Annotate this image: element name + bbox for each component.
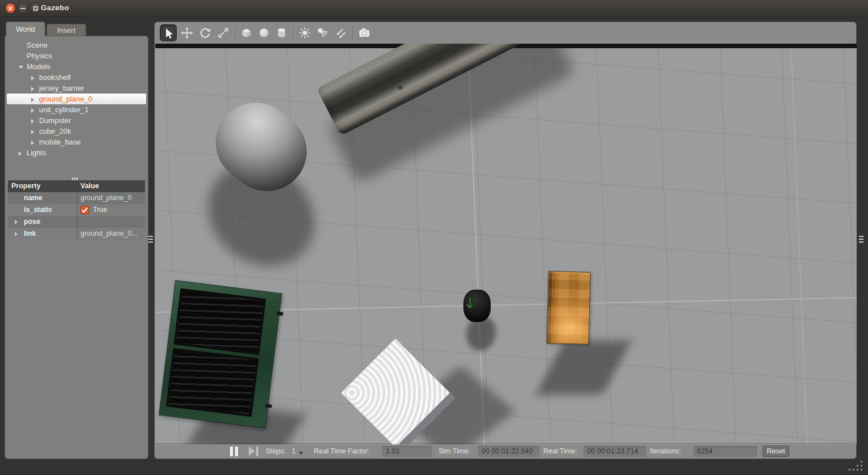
tree-item-physics[interactable]: Physics	[5, 50, 148, 61]
tree-item-ground-plane-0[interactable]: ground_plane_0	[7, 94, 146, 104]
tab-insert[interactable]: Insert	[46, 24, 86, 36]
gazebo-window: Gazebo World Insert Scene Physics Models…	[0, 0, 868, 475]
simulation-statusbar: Steps: 1 Real Time Factor: 1.01 Sim Time…	[155, 443, 856, 459]
steps-label: Steps:	[266, 447, 286, 455]
chevron-right-icon[interactable]	[15, 232, 18, 236]
spot-light-icon	[316, 27, 329, 39]
is-static-checkbox[interactable]	[80, 206, 89, 214]
directional-light-icon	[334, 27, 347, 39]
steps-value[interactable]: 1	[292, 447, 296, 455]
toolbar-separator	[235, 26, 236, 40]
dumpster-foot	[276, 312, 283, 316]
pause-icon	[230, 447, 233, 456]
property-row-is-static[interactable]: is_static True	[8, 204, 145, 216]
link-value: ground_plane_0...	[80, 228, 138, 240]
iterations-field: 8254	[693, 446, 757, 457]
chevron-right-icon[interactable]	[15, 220, 18, 224]
chevron-down-icon[interactable]	[19, 66, 23, 69]
reset-button[interactable]: Reset	[763, 446, 789, 457]
close-button[interactable]	[5, 3, 16, 14]
toolbar-separator	[352, 26, 353, 40]
toolbar-separator	[293, 26, 294, 40]
tree-item-bookshelf[interactable]: bookshelf	[5, 72, 148, 83]
scene-model-mobile-base[interactable]	[463, 290, 491, 322]
property-row-link[interactable]: link ground_plane_0...	[8, 228, 145, 240]
scale-tool-button[interactable]	[215, 24, 232, 41]
real-time-field: 00 00:01:23.714	[584, 446, 646, 457]
chevron-right-icon[interactable]	[31, 76, 34, 80]
tree-item-jersey-barrier[interactable]: jersey_barrier	[5, 83, 148, 94]
left-splitter-handle[interactable]	[148, 236, 154, 243]
dumpster-foot	[265, 404, 272, 408]
sphere-icon	[258, 27, 270, 39]
tree-item-models[interactable]: Models	[5, 61, 148, 72]
sun-icon	[299, 27, 311, 39]
move-icon	[181, 27, 193, 39]
chevron-right-icon[interactable]	[19, 151, 22, 156]
minimize-button[interactable]	[18, 3, 28, 14]
window-title: Gazebo	[41, 3, 69, 12]
name-value: ground_plane_0	[80, 192, 131, 204]
cylinder-icon	[275, 27, 288, 39]
tree-item-scene[interactable]: Scene	[5, 40, 148, 50]
rotate-icon	[199, 27, 211, 39]
viewport-3d[interactable]	[155, 44, 857, 444]
property-table: Property Value name ground_plane_0 is_st…	[8, 180, 145, 240]
sim-time-field: 00 00:01:22.540	[478, 446, 539, 457]
add-sphere-button[interactable]	[256, 24, 273, 41]
select-arrow-icon	[163, 27, 175, 40]
tree-item-unit-cylinder-1[interactable]: unit_cylinder_1	[5, 104, 148, 115]
scale-icon	[217, 27, 229, 39]
sim-time-label: Sim Time:	[439, 447, 470, 455]
value-header: Value	[80, 180, 99, 192]
iterations-label: Iterations:	[650, 447, 681, 455]
dumpster-lid	[166, 348, 259, 417]
property-header: Property	[11, 180, 40, 192]
tree-item-lights[interactable]: Lights	[5, 147, 148, 158]
tree-item-cube-20k[interactable]: cube_20k	[5, 126, 148, 137]
chevron-right-icon[interactable]	[31, 141, 34, 145]
title-bar[interactable]: Gazebo	[0, 0, 868, 17]
scene-tree: Scene Physics Models bookshelf jersey_ba…	[5, 40, 148, 158]
add-box-button[interactable]	[238, 24, 255, 41]
scene-model-bookshelf[interactable]	[546, 271, 590, 345]
steps-dropdown-icon[interactable]	[299, 452, 303, 455]
render-area: Steps: 1 Real Time Factor: 1.01 Sim Time…	[154, 22, 857, 459]
render-toolbar	[155, 22, 856, 44]
add-cylinder-button[interactable]	[273, 24, 290, 41]
robot-arrow-marking	[466, 297, 475, 312]
screenshot-button[interactable]	[356, 24, 373, 41]
chevron-right-icon[interactable]	[31, 108, 34, 113]
maximize-icon	[33, 6, 38, 11]
rtf-field: 1.01	[382, 446, 432, 457]
maximize-button[interactable]	[30, 3, 41, 14]
scene-model-dumpster[interactable]	[159, 280, 282, 428]
box-icon	[240, 27, 253, 39]
rtf-label: Real Time Factor:	[314, 447, 370, 455]
pause-button[interactable]	[230, 447, 242, 456]
tree-item-dumpster[interactable]: Dumpster	[5, 115, 148, 126]
point-light-button[interactable]	[296, 24, 313, 41]
property-row-pose[interactable]: pose	[8, 216, 145, 228]
rotate-tool-button[interactable]	[197, 24, 214, 41]
chevron-right-icon[interactable]	[31, 119, 34, 124]
directional-light-button[interactable]	[332, 24, 349, 41]
chevron-right-icon[interactable]	[31, 87, 34, 91]
translate-tool-button[interactable]	[178, 24, 195, 41]
property-table-header: Property Value	[8, 180, 145, 192]
property-row-name[interactable]: name ground_plane_0	[8, 192, 145, 204]
right-splitter-handle[interactable]	[858, 236, 864, 243]
minimize-icon	[20, 8, 25, 9]
tree-item-mobile-base[interactable]: mobile_base	[5, 137, 148, 147]
panel-splitter[interactable]	[5, 176, 148, 180]
spot-light-button[interactable]	[314, 24, 331, 41]
chevron-right-icon[interactable]	[31, 130, 34, 134]
real-time-label: Real Time:	[543, 447, 577, 455]
chevron-right-icon[interactable]	[31, 97, 34, 102]
tab-world[interactable]: World	[6, 22, 45, 36]
dumpster-lid	[173, 289, 266, 355]
camera-icon	[358, 27, 371, 39]
step-button[interactable]	[249, 447, 261, 456]
window-resize-grip[interactable]	[848, 460, 864, 473]
select-tool-button[interactable]	[160, 24, 177, 41]
